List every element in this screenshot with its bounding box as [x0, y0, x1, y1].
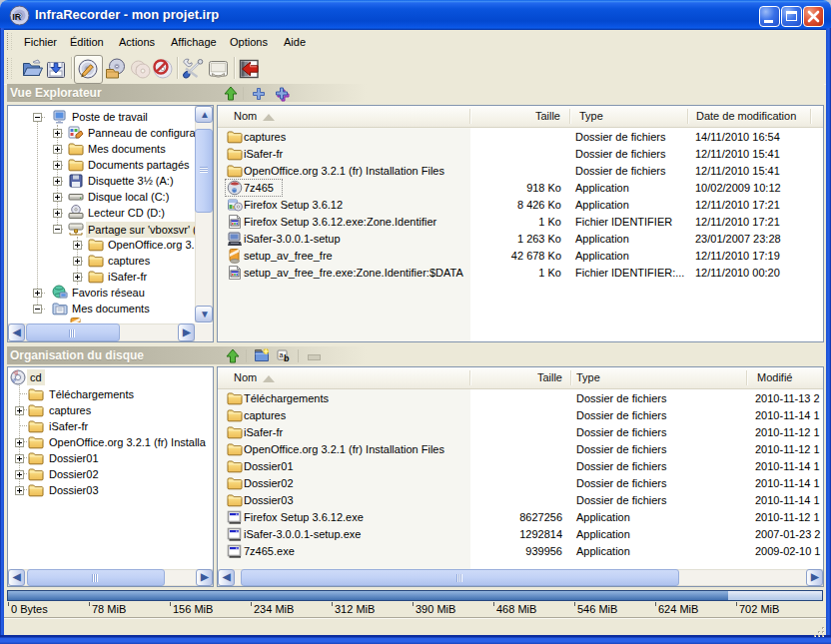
- svg-text:b: b: [284, 353, 290, 363]
- svg-text:a: a: [280, 351, 284, 358]
- svg-text:IR: IR: [12, 12, 22, 22]
